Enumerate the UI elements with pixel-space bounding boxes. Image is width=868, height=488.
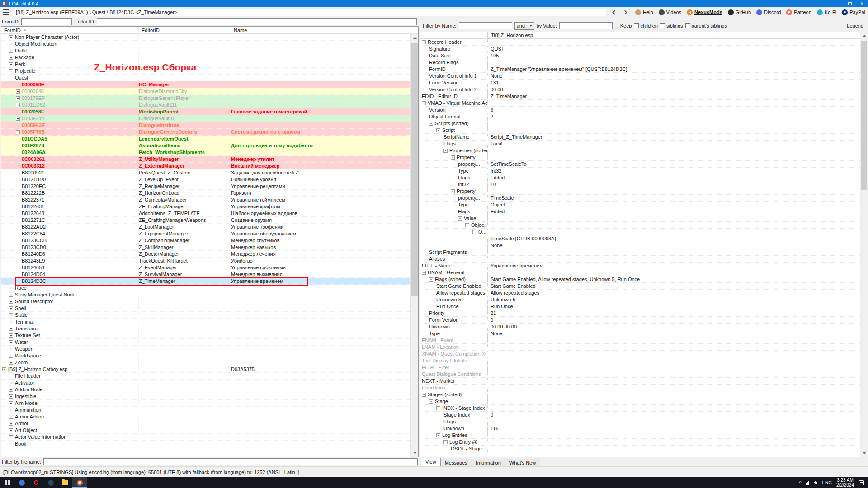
expand-icon[interactable]: + bbox=[9, 388, 13, 392]
record-row[interactable]: -Value bbox=[420, 215, 860, 222]
expand-icon[interactable]: + bbox=[9, 286, 13, 290]
minimize-button[interactable] bbox=[831, 0, 844, 7]
legend-link[interactable]: Legend bbox=[847, 23, 865, 28]
close-button[interactable] bbox=[856, 0, 868, 7]
tree-group-row[interactable]: +Terminal bbox=[1, 319, 410, 325]
expand-icon[interactable]: + bbox=[16, 89, 20, 94]
tree-record-row[interactable]: B8122AD2Z_LootManagerУправление трофеями bbox=[1, 224, 410, 230]
github-link[interactable]: GitHub bbox=[728, 9, 751, 15]
expand-icon[interactable]: + bbox=[16, 130, 20, 134]
maximize-button[interactable] bbox=[844, 0, 856, 7]
tree-group-row[interactable]: +Weapon bbox=[1, 346, 410, 352]
scrollbar-thumb[interactable] bbox=[861, 41, 867, 190]
record-row[interactable]: Aliases bbox=[420, 256, 860, 263]
record-row[interactable]: Unknown116 bbox=[420, 425, 860, 432]
expand-icon[interactable]: + bbox=[9, 401, 13, 405]
formid-input[interactable] bbox=[21, 18, 72, 25]
expand-icon[interactable]: + bbox=[9, 56, 13, 60]
record-row[interactable]: OSDT - Stage ... bbox=[420, 446, 860, 452]
record-row[interactable]: Version Control Info 200 00 bbox=[420, 86, 860, 93]
tree-group-row[interactable]: +Zoom bbox=[1, 359, 410, 366]
tree-record-row[interactable]: 0C003312Z_ExternalManagerВнешний менедже… bbox=[1, 163, 410, 169]
tree-record-row[interactable]: 0000080EHC_Manager bbox=[1, 81, 410, 88]
expand-icon[interactable]: + bbox=[9, 327, 13, 331]
record-row[interactable]: Form Version131 bbox=[420, 80, 860, 86]
collapse-icon[interactable]: - bbox=[429, 122, 433, 126]
collapse-icon[interactable]: - bbox=[422, 40, 426, 44]
expand-icon[interactable]: + bbox=[9, 62, 13, 66]
tree-group-row[interactable]: +Water bbox=[1, 339, 410, 346]
tree-group-row[interactable]: +Ammunition bbox=[1, 407, 410, 413]
tree-group-row[interactable]: +Static bbox=[1, 312, 410, 319]
scroll-up-icon[interactable] bbox=[411, 34, 418, 42]
tree-record-row[interactable]: B81240D6Z_DoctorManagerМенеджер лечения bbox=[1, 251, 410, 258]
tree-record-row[interactable]: B81243E9TrackQuest_KillTargetУбийство bbox=[1, 258, 410, 264]
record-row[interactable]: Flags bbox=[420, 418, 860, 425]
expand-icon[interactable]: + bbox=[9, 422, 13, 426]
tree-group-row[interactable]: +Actor Value Information bbox=[1, 434, 410, 441]
tree-record-row[interactable]: 0024A06APatch_WorkshopShipments bbox=[1, 149, 410, 156]
expand-icon[interactable]: + bbox=[9, 442, 13, 446]
record-row[interactable]: Allow repeated stagesAllow repeated stag… bbox=[420, 290, 860, 296]
expand-icon[interactable]: + bbox=[9, 361, 13, 365]
record-row[interactable]: Object Format2 bbox=[420, 113, 860, 120]
scroll-up-icon[interactable] bbox=[860, 32, 868, 40]
record-row[interactable]: XNAM - Quest Completion XP bbox=[420, 351, 860, 357]
expand-icon[interactable]: + bbox=[9, 347, 13, 351]
collapse-icon[interactable]: - bbox=[451, 155, 455, 160]
record-row[interactable]: SignatureQUST bbox=[420, 46, 860, 52]
tree-record-row[interactable]: B8124654Z_EventManagerУправление события… bbox=[1, 264, 410, 271]
collapse-icon[interactable]: - bbox=[458, 216, 462, 221]
tree-record-row[interactable]: 0005E63EDialogueInstitute bbox=[1, 122, 410, 129]
record-row[interactable]: FlagsLocal bbox=[420, 141, 860, 147]
tree-record-row[interactable]: B812271CZE_CraftingManagerWeaponsСоздани… bbox=[1, 217, 410, 224]
back-button[interactable] bbox=[613, 9, 616, 15]
record-row[interactable]: Priority21 bbox=[420, 310, 860, 317]
expand-icon[interactable]: + bbox=[9, 69, 13, 73]
tree-scrollbar[interactable] bbox=[410, 34, 418, 457]
opera-icon[interactable] bbox=[29, 477, 43, 488]
record-row[interactable]: Record Flags bbox=[420, 59, 860, 66]
tree-record-row[interactable]: +0001ED62DialogueVault111 bbox=[1, 102, 410, 108]
record-row[interactable]: TimeScale [GLOB:0000003A] bbox=[420, 235, 860, 242]
expand-icon[interactable]: + bbox=[9, 394, 13, 399]
record-row[interactable]: -Flags (sorted)Start Game Enabled, Allow… bbox=[420, 276, 860, 283]
record-row[interactable]: property...TimeScale bbox=[420, 195, 860, 202]
patreon-link[interactable]: PPatreon bbox=[786, 9, 811, 15]
taskbar-clock[interactable]: 3:23 AM 2/2/2024 bbox=[836, 478, 854, 488]
tree-group-row[interactable]: +Perk bbox=[1, 61, 410, 68]
tree-record-row[interactable]: +0003F244DialogueVault81 bbox=[1, 115, 410, 122]
record-row[interactable]: -Stages (sorted) bbox=[420, 391, 860, 398]
expand-icon[interactable]: + bbox=[9, 320, 13, 324]
tree-record-row[interactable]: 0C003261Z_UtilityManagerМенеджер утилит bbox=[1, 156, 410, 163]
tree-plugin-row[interactable]: -[B9] Z_Horizon Catboy.espD03A5375 bbox=[1, 366, 410, 373]
record-row[interactable]: -INDX - Stage Index bbox=[420, 405, 860, 412]
expand-icon[interactable]: + bbox=[9, 300, 13, 304]
record-row[interactable]: -Objec... bbox=[420, 222, 860, 229]
tree-record-row[interactable]: +0005F76BDialogueGenericDoctorsСистема д… bbox=[1, 129, 410, 136]
expand-icon[interactable]: + bbox=[9, 408, 13, 412]
tree-group-row[interactable]: +Story Manager Quest Node bbox=[1, 291, 410, 298]
expand-icon[interactable]: + bbox=[9, 293, 13, 297]
videos-link[interactable]: Videos bbox=[659, 9, 681, 15]
record-row[interactable]: LNAM - Location bbox=[420, 344, 860, 351]
tree-record-row[interactable]: +00003648DialogueDiamondCity bbox=[1, 88, 410, 95]
steam-icon[interactable] bbox=[43, 477, 58, 488]
start-button[interactable] bbox=[0, 477, 14, 488]
record-row[interactable]: -Log Entries bbox=[420, 432, 860, 439]
paypal-link[interactable]: PPayPal bbox=[842, 9, 865, 15]
record-row[interactable]: -Stage bbox=[420, 398, 860, 405]
tab-what-s-new[interactable]: What's New bbox=[505, 459, 540, 466]
record-row[interactable]: -Property bbox=[420, 188, 860, 195]
record-row[interactable]: Unknown 5Unknown 5 bbox=[420, 296, 860, 303]
siblings-checkbox[interactable]: siblings bbox=[660, 23, 683, 28]
menu-icon[interactable] bbox=[3, 9, 9, 15]
record-row[interactable]: -Log Entry #0 bbox=[420, 439, 860, 446]
tree-record-row[interactable]: B8121BD0Z_LevelUp_EventПовышение уровня bbox=[1, 176, 410, 183]
parents-siblings-checkbox[interactable]: parent's siblings bbox=[685, 23, 727, 28]
expand-icon[interactable]: + bbox=[9, 49, 13, 53]
filter-name-input[interactable] bbox=[459, 22, 512, 29]
record-row[interactable]: FLTR - Filter bbox=[420, 364, 860, 371]
expand-icon[interactable]: + bbox=[9, 313, 13, 317]
record-row[interactable]: Stage Index0 bbox=[420, 412, 860, 418]
